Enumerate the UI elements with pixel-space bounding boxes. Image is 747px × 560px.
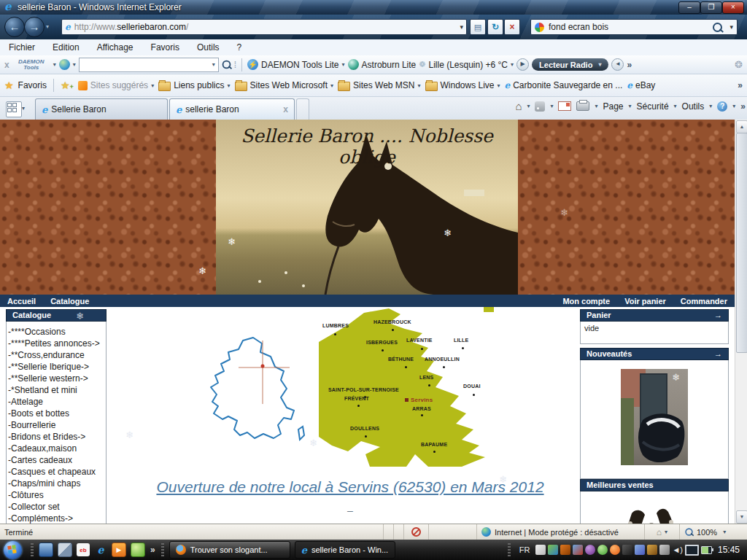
tab-sellerie-baron-2[interactable]: e sellerie Baron x	[169, 98, 295, 120]
daemon-tools-logo[interactable]: DAEMON Tools	[12, 59, 50, 71]
radio-button[interactable]: Lecteur Radio ▾	[532, 58, 608, 71]
nav-catalogue[interactable]: Catalogue	[43, 297, 96, 306]
menu-help[interactable]: ?	[228, 39, 251, 55]
favorite-windows-live[interactable]: Windows Live▾	[425, 79, 500, 91]
catalogue-link[interactable]: -Cartes cadeaux	[8, 454, 104, 466]
filter-dropdown-icon[interactable]: ▾	[665, 529, 667, 535]
combo-dropdown-icon[interactable]: ▾	[209, 61, 218, 68]
tray-gold-shield-icon[interactable]	[647, 545, 657, 555]
daemon-lite-label[interactable]: DAEMON Tools Lite	[261, 60, 338, 70]
product-photo-stirrups[interactable]	[581, 491, 728, 524]
catalogue-link[interactable]: -Casques et chapeaux	[8, 466, 104, 478]
daemon-lite-dropdown-icon[interactable]: ▾	[342, 61, 345, 68]
nouveautes-arrow-icon[interactable]: →	[714, 348, 722, 360]
catalogue-link[interactable]: -*Shetland et mini	[8, 384, 104, 396]
toolbar-close-icon[interactable]: x	[4, 60, 9, 70]
astroburn-label[interactable]: Astroburn Lite	[362, 60, 417, 70]
favorite-ebay[interactable]: e eBay	[627, 80, 655, 90]
ebay-quicklaunch-icon[interactable]: eb	[77, 543, 90, 556]
taskbar-button-firefox[interactable]: Trouver son slogant...	[169, 541, 290, 559]
zoom-dropdown-icon[interactable]: ▾	[723, 529, 726, 535]
add-favorite-icon[interactable]: ★+	[61, 79, 74, 91]
help-icon[interactable]: ?	[717, 101, 727, 112]
tablist-dropdown-icon[interactable]: ▾	[22, 105, 25, 112]
tray-carbonite-icon[interactable]	[610, 545, 620, 555]
language-indicator[interactable]: FR	[519, 545, 530, 554]
compatibility-view-button[interactable]: ▤	[470, 19, 486, 35]
favbar-overflow[interactable]: »	[738, 80, 743, 90]
favorite-sites-msn[interactable]: Sites Web MSN▾	[338, 79, 420, 91]
tray-badge-icon[interactable]	[597, 545, 608, 555]
weather-label[interactable]: Lille (Lesquin) +6 °C	[429, 60, 508, 70]
history-dropdown-icon[interactable]: ▾	[46, 23, 49, 30]
green-app-icon[interactable]	[131, 542, 145, 557]
scroll-down-icon[interactable]: ▼	[736, 510, 747, 524]
new-tab-stub[interactable]	[296, 98, 309, 120]
nav-voir-panier[interactable]: Voir panier	[617, 297, 673, 306]
search-dropdown-icon[interactable]: ▾	[729, 23, 733, 31]
tray-usb-icon[interactable]	[659, 545, 670, 555]
security-dropdown-icon[interactable]: ▾	[674, 103, 677, 109]
catalogue-link[interactable]: -****Petites annonces->	[8, 338, 104, 349]
page-menu[interactable]: Page	[603, 101, 624, 112]
refresh-button[interactable]: ↻	[487, 19, 503, 35]
nav-accueil[interactable]: Accueil	[0, 297, 43, 306]
maximize-button[interactable]: ❐	[700, 1, 722, 14]
menu-edition[interactable]: Edition	[44, 39, 88, 55]
close-button[interactable]: ×	[722, 1, 744, 14]
catalogue-link[interactable]: -****Occasions	[8, 326, 104, 338]
nav-commander[interactable]: Commander	[673, 297, 735, 306]
tray-messenger-icon[interactable]	[573, 545, 583, 555]
favorite-sites-suggeres[interactable]: Sites suggérés▾	[78, 80, 154, 90]
start-button[interactable]	[4, 541, 22, 559]
window-switcher-icon[interactable]	[58, 542, 72, 557]
tools-dropdown-icon[interactable]: ▾	[709, 103, 712, 109]
nav-mon-compte[interactable]: Mon compte	[555, 297, 617, 306]
menu-affichage[interactable]: Affichage	[88, 39, 142, 55]
radio-play-icon[interactable]: ▶	[516, 58, 529, 71]
filter-cell[interactable]: ⌂ ▾	[645, 524, 680, 540]
tab-close-icon[interactable]: x	[283, 104, 288, 114]
toolbar-search-combo[interactable]: ▾	[79, 58, 219, 72]
mail-icon[interactable]	[558, 101, 571, 111]
catalogue-link[interactable]: -Attelage	[8, 396, 104, 408]
search-icon[interactable]	[713, 23, 722, 32]
webui-globe-icon[interactable]	[59, 59, 70, 70]
catalogue-link[interactable]: -Bourrellerie	[8, 419, 104, 431]
catalogue-link[interactable]: -Cadeaux,maison	[8, 443, 104, 454]
zoom-control[interactable]: 100% ▾	[680, 524, 747, 540]
favorites-star-icon[interactable]: ★	[4, 79, 14, 91]
favorite-sites-microsoft[interactable]: Sites Web Microsoft▾	[235, 79, 334, 91]
catalogue-link[interactable]: -**Sellerie Iberique->	[8, 361, 104, 373]
headline-link[interactable]: Ouverture de notre local à Servins (6253…	[109, 478, 591, 496]
address-dropdown-icon[interactable]: ▾	[460, 23, 463, 31]
product-photo-saddle[interactable]: ❄	[621, 369, 688, 465]
tray-blue-app-icon[interactable]	[635, 545, 645, 555]
tray-capture-icon[interactable]	[622, 545, 632, 555]
catalogue-link[interactable]: -Chaps/mini chaps	[8, 478, 104, 489]
tray-java-icon[interactable]	[560, 545, 570, 555]
catalogue-link[interactable]: -Bridons et Brides->	[8, 431, 104, 443]
tray-shield-icon[interactable]	[548, 545, 558, 555]
favorite-liens-publics[interactable]: Liens publics▾	[158, 79, 230, 91]
scroll-up-icon[interactable]: ▲	[736, 120, 747, 133]
search-input[interactable]: fond ecran bois	[549, 22, 608, 32]
page-dropdown-icon[interactable]: ▾	[629, 103, 632, 109]
minimize-button[interactable]: –	[678, 1, 700, 14]
address-bar[interactable]: e http://www.selleriebaron.com/ ▾	[61, 19, 467, 35]
toolbar-clock-icon[interactable]: ❂	[735, 59, 743, 70]
addonbar-overflow[interactable]: »	[627, 60, 632, 70]
catalogue-link[interactable]: -Clôtures	[8, 489, 104, 501]
catalogue-link[interactable]: -Boots et bottes	[8, 408, 104, 419]
catalogue-link[interactable]: -**Cross,endurance	[8, 349, 104, 361]
security-menu[interactable]: Sécurité	[637, 101, 669, 112]
print-dropdown-icon[interactable]: ▾	[595, 103, 597, 109]
media-player-icon[interactable]: ▶	[112, 542, 126, 557]
menu-favoris[interactable]: Favoris	[142, 39, 188, 55]
tray-volume-icon[interactable]: ◄)	[672, 545, 683, 554]
back-button[interactable]: ←	[4, 17, 25, 37]
stop-button[interactable]: ×	[504, 19, 520, 35]
tray-display-icon[interactable]	[685, 545, 699, 556]
daemon-dropdown-icon[interactable]: ▾	[53, 61, 56, 68]
help-dropdown-icon[interactable]: ▾	[732, 103, 735, 109]
